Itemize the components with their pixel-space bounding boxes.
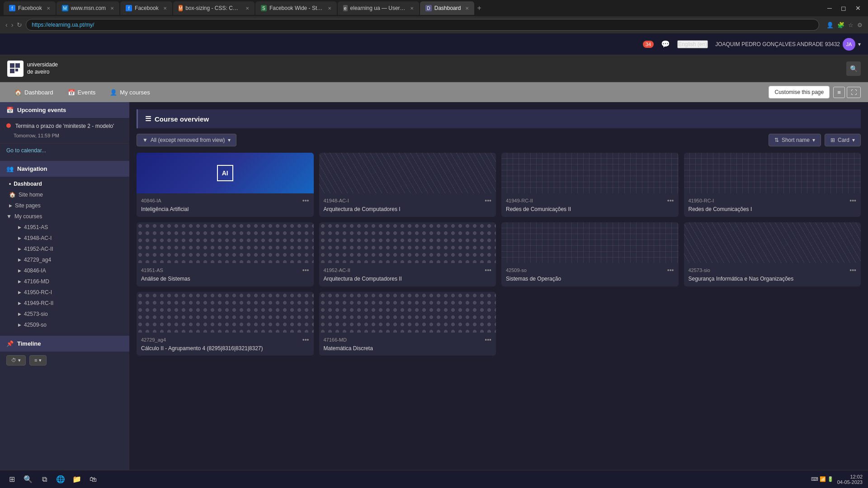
course-card-1[interactable]: 41948-AC-I ••• Arquitectura de Computado… — [319, 153, 496, 217]
nav-tree-dashboard[interactable]: • Dashboard — [0, 178, 129, 189]
dropdown-arrow: ▾ — [228, 137, 231, 143]
nav-tree-course-6[interactable]: ▶ 41950-RC-I — [7, 287, 129, 298]
course-options-0[interactable]: ••• — [302, 197, 309, 204]
course-options-6[interactable]: ••• — [667, 267, 674, 274]
favorites-icon[interactable]: ☆ — [848, 22, 854, 28]
user-dropdown-arrow[interactable]: ▾ — [858, 41, 861, 47]
nav-tree-site-home[interactable]: 🏠 Site home — [0, 189, 129, 200]
tab-facebook-1[interactable]: f Facebook ✕ — [4, 1, 56, 15]
content-inner: ☰ Course overview ▼ All (except removed … — [129, 102, 868, 363]
nav-tree-course-7[interactable]: ▶ 41949-RC-II — [7, 298, 129, 309]
course-options-2[interactable]: ••• — [667, 197, 674, 204]
course-card-2[interactable]: 41949-RC-II ••• Redes de Comunicações II — [501, 153, 679, 217]
minimize-button[interactable]: ─ — [824, 3, 835, 14]
forward-button[interactable]: › — [11, 21, 14, 28]
nav-tree-course-5[interactable]: ▶ 47166-MD — [7, 276, 129, 287]
close-button[interactable]: ✕ — [852, 3, 864, 14]
filter-right-controls: ⇅ Short name ▾ ⊞ Card ▾ — [769, 134, 861, 146]
nav-my-courses[interactable]: 👤 My courses — [103, 82, 157, 102]
course-card-9[interactable]: 47166-MD ••• Matemática Discreta — [319, 292, 496, 356]
tab-close-btn[interactable]: ✕ — [328, 6, 331, 11]
view-button[interactable]: ⊞ Card ▾ — [825, 134, 861, 146]
restore-button[interactable]: ◻ — [837, 3, 850, 14]
logo-svg — [9, 62, 22, 75]
course-card-6[interactable]: 42509-so ••• Sistemas de Operação — [501, 222, 679, 286]
tab-facebook-2[interactable]: f Facebook ✕ — [120, 1, 172, 15]
course-card-5[interactable]: 41952-AC-II ••• Arquitectura de Computad… — [319, 222, 496, 286]
tab-stylus[interactable]: S Facebook Wide - Stylus ✕ — [255, 1, 337, 15]
course-options-8[interactable]: ••• — [302, 336, 309, 343]
back-button[interactable]: ‹ — [5, 21, 8, 28]
extensions-icon[interactable]: 🧩 — [837, 22, 844, 28]
nav-tree-site-pages[interactable]: ▶ Site pages — [0, 200, 129, 211]
course-card-body-4: 41951-AS ••• Análise de Sistemas — [137, 263, 314, 286]
tab-close-btn[interactable]: ✕ — [47, 6, 50, 11]
course-options-3[interactable]: ••• — [849, 197, 856, 204]
user-menu[interactable]: JOAQUIM PEDRO GONÇALVES ANDRADE 93432 JA… — [715, 38, 861, 51]
timeline-sort-button[interactable]: ≡ ▾ — [29, 355, 47, 366]
course-options-5[interactable]: ••• — [485, 267, 491, 274]
course-options-4[interactable]: ••• — [302, 267, 309, 274]
course-card-0[interactable]: AI 40846-IA ••• Inteligência Artificial — [137, 153, 314, 217]
tab-userstyles[interactable]: e elearning ua — UserStyles.world ✕ — [338, 1, 419, 15]
nav-tree-course-1[interactable]: ▶ 41948-AC-I — [7, 233, 129, 244]
search-taskbar-icon[interactable]: 🔍 — [22, 473, 34, 486]
sort-button[interactable]: ⇅ Short name ▾ — [769, 134, 821, 146]
course-code-4: 41951-AS ••• — [141, 267, 309, 274]
reload-button[interactable]: ↻ — [17, 21, 22, 28]
course-options-9[interactable]: ••• — [485, 336, 491, 343]
course-options-7[interactable]: ••• — [849, 267, 856, 274]
nav-tree-course-3[interactable]: ▶ 42729_ag4 — [7, 254, 129, 265]
file-explorer-icon[interactable]: 📁 — [71, 473, 83, 486]
nav-tree-course-9[interactable]: ▶ 42509-so — [7, 319, 129, 330]
nav-tree-course-2[interactable]: ▶ 41952-AC-II — [7, 244, 129, 254]
profile-icon[interactable]: 👤 — [826, 22, 834, 28]
course-card-3[interactable]: 41950-RC-I ••• Redes de Comunicações I — [684, 153, 861, 217]
chevron-right-icon: ▶ — [9, 203, 12, 208]
language-selector[interactable]: English (en) — [677, 40, 708, 48]
task-view-icon[interactable]: ⧉ — [38, 473, 51, 486]
fullscreen-button[interactable]: ⛶ — [847, 87, 861, 98]
course-card-8[interactable]: 42729_ag4 ••• Cálculo II - Agrupamento 4… — [137, 292, 314, 356]
course-overview-header: ☰ Course overview — [137, 109, 861, 128]
search-button[interactable]: 🔍 — [846, 61, 861, 76]
tab-close-btn[interactable]: ✕ — [245, 6, 249, 11]
sort-icon: ≡ — [34, 357, 37, 363]
notification-badge[interactable]: 34 — [643, 41, 654, 48]
tab-css[interactable]: M box-sizing - CSS: Cascading Sty... ✕ — [173, 1, 255, 15]
edge-icon[interactable]: 🌐 — [54, 473, 67, 486]
site-logo[interactable]: universidade de aveiro — [7, 61, 58, 77]
nav-tree-course-8[interactable]: ▶ 42573-sio — [7, 309, 129, 319]
tab-close-btn[interactable]: ✕ — [163, 6, 167, 11]
chat-icon[interactable]: 💬 — [661, 40, 670, 48]
go-to-calendar-link[interactable]: Go to calendar... — [0, 144, 129, 157]
course-code-7: 42573-sio ••• — [689, 267, 857, 274]
nav-events[interactable]: 📅 Events — [61, 82, 103, 102]
filter-button[interactable]: ▼ All (except removed from view) ▾ — [137, 134, 236, 146]
tab-msn[interactable]: M www.msn.com ✕ — [57, 1, 119, 15]
course-card-image-4 — [137, 222, 314, 263]
event-dot — [6, 123, 11, 128]
course-card-7[interactable]: 42573-sio ••• Segurança Informática e Na… — [684, 222, 861, 286]
svg-rect-3 — [15, 69, 18, 71]
tab-close-btn[interactable]: ✕ — [110, 6, 114, 11]
nav-dashboard[interactable]: 🏠 Dashboard — [7, 82, 61, 102]
start-button[interactable]: ⊞ — [5, 473, 18, 486]
nav-tree-my-courses[interactable]: ▼ My courses — [0, 211, 129, 222]
nav-tree-course-0[interactable]: ▶ 41951-AS — [7, 222, 129, 233]
course-options-1[interactable]: ••• — [485, 197, 491, 204]
store-icon[interactable]: 🛍 — [87, 473, 99, 486]
list-view-button[interactable]: ≡ — [833, 87, 845, 98]
settings-icon[interactable]: ⚙ — [857, 22, 863, 28]
tab-close-btn[interactable]: ✕ — [465, 6, 469, 11]
tab-close-btn[interactable]: ✕ — [410, 6, 414, 11]
tab-label: Facebook — [135, 5, 159, 11]
course-card-4[interactable]: 41951-AS ••• Análise de Sistemas — [137, 222, 314, 286]
new-tab-button[interactable]: + — [475, 2, 483, 14]
customise-button[interactable]: Customise this page — [769, 86, 830, 99]
nav-tree-course-4[interactable]: ▶ 40846-IA — [7, 265, 129, 276]
tab-dashboard[interactable]: D Dashboard ✕ — [420, 1, 475, 15]
timeline-section: 📌 Timeline ⏱ ▾ ≡ ▾ — [0, 336, 129, 369]
address-bar[interactable]: https://elearning.ua.pt/my/ — [26, 19, 819, 31]
timeline-filter-button[interactable]: ⏱ ▾ — [6, 355, 26, 366]
